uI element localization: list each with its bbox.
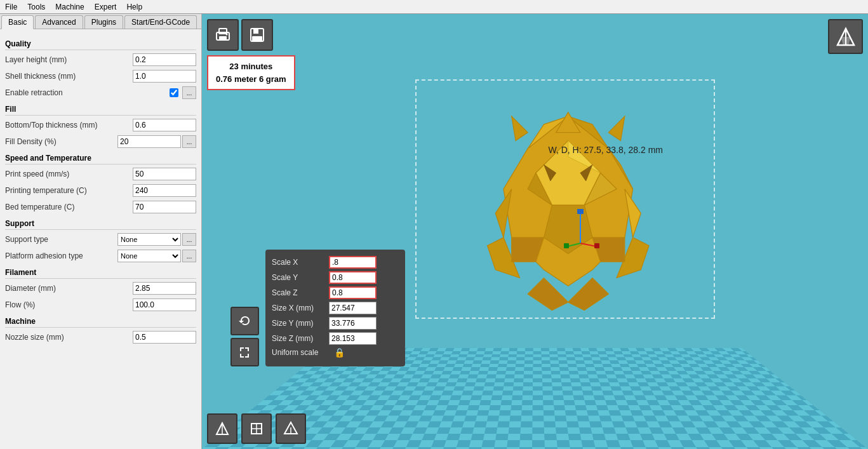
fill-density-input[interactable] [117,135,181,148]
adhesion-type-dots-btn[interactable]: ... [182,250,196,262]
scale-z-input[interactable] [329,286,377,299]
scale-x-label: Scale X [272,258,329,267]
toolbar-bottom [207,413,306,444]
retraction-checkbox[interactable] [170,88,178,97]
print-info-box: 23 minutes 0.76 meter 6 gram [207,55,295,90]
view-btn-2[interactable] [241,413,272,444]
rotate-btn[interactable] [230,307,259,335]
shell-thickness-row: Shell thickness (mm) [5,69,196,83]
nozzle-size-input[interactable] [133,331,196,344]
menu-machine[interactable]: Machine [50,1,89,13]
tabs: Basic Advanced Plugins Start/End-GCode [0,14,201,29]
scale-panel: Scale X Scale Y Scale Z Size X (mm) Size… [265,250,405,366]
svg-point-31 [226,34,228,36]
print-btn[interactable] [207,19,239,51]
shell-thickness-input[interactable] [133,70,196,83]
scale-rotate-toolbar [230,307,259,366]
adhesion-type-label: Platform adhesion type [5,251,117,260]
uniform-scale-label: Uniform scale [272,348,329,357]
size-y-row: Size Y (mm) [272,317,399,330]
fill-density-label: Fill Density (%) [5,137,117,146]
support-type-dots-btn[interactable]: ... [182,233,196,246]
top-right-icon[interactable] [828,19,863,54]
save-btn[interactable] [241,19,273,51]
bottom-top-label: Bottom/Top thickness (mm) [5,121,133,130]
retraction-row: Enable retraction ... [5,86,196,100]
adhesion-type-select[interactable]: None Brim Raft [117,250,181,262]
print-speed-label: Print speed (mm/s) [5,170,133,178]
section-machine-title: Machine [5,317,196,328]
bed-temp-input[interactable] [133,201,196,213]
settings-panel: Quality Layer height (mm) Shell thicknes… [0,29,201,449]
dimensions-label: W, D, H: 27.5, 33.8, 28.2 mm [548,145,663,155]
flow-row: Flow (%) [5,298,196,312]
layer-height-label: Layer height (mm) [5,55,133,64]
support-type-select[interactable]: None Touching buildplate Everywhere [117,233,181,246]
svg-rect-33 [253,29,258,34]
flow-input[interactable] [133,298,196,311]
menu-file[interactable]: File [0,1,22,13]
svg-marker-18 [512,116,528,140]
section-fill-title: Fill [5,105,196,116]
toolbar-top [207,19,273,51]
print-speed-row: Print speed (mm/s) [5,167,196,181]
svg-rect-34 [252,36,262,41]
bed-temp-label: Bed temperature (C) [5,203,133,211]
size-x-label: Size X (mm) [272,304,329,312]
retraction-dots-btn[interactable]: ... [182,86,196,99]
scale-y-label: Scale Y [272,273,329,282]
scale-y-input[interactable] [329,271,377,284]
view-btn-1[interactable] [207,413,237,444]
print-temp-input[interactable] [133,184,196,197]
menu-expert[interactable]: Expert [90,1,122,13]
layer-height-input[interactable] [133,53,196,66]
nozzle-size-label: Nozzle size (mm) [5,333,133,342]
size-y-label: Size Y (mm) [272,319,329,328]
view-btn-3[interactable] [276,413,306,444]
diameter-input[interactable] [133,282,196,295]
svg-rect-23 [577,209,584,214]
section-quality-title: Quality [5,39,196,50]
support-type-row: Support type None Touching buildplate Ev… [5,232,196,246]
svg-marker-44 [841,37,851,45]
layer-height-row: Layer height (mm) [5,53,196,67]
section-support-title: Support [5,219,196,230]
tab-plugins[interactable]: Plugins [84,15,123,29]
shell-thickness-label: Shell thickness (mm) [5,72,133,81]
svg-rect-29 [219,36,227,41]
uniform-scale-row: Uniform scale 🔒 [272,347,399,358]
flow-label: Flow (%) [5,300,133,309]
section-filament-title: Filament [5,268,196,279]
svg-rect-27 [564,243,569,248]
scale-btn[interactable] [230,338,259,366]
lock-icon[interactable]: 🔒 [334,347,345,358]
size-x-input[interactable] [329,302,377,314]
bed-temp-row: Bed temperature (C) [5,200,196,214]
bottom-top-row: Bottom/Top thickness (mm) [5,118,196,132]
scale-z-label: Scale Z [272,288,329,297]
viewport[interactable]: 23 minutes 0.76 meter 6 gram W, D, H: 27… [202,14,868,449]
svg-line-26 [568,243,580,246]
section-speed-title: Speed and Temperature [5,154,196,164]
adhesion-type-row: Platform adhesion type None Brim Raft ..… [5,249,196,263]
bottom-top-input[interactable] [133,119,196,131]
size-z-label: Size Z (mm) [272,334,329,343]
size-y-input[interactable] [329,317,377,330]
tab-advanced[interactable]: Advanced [35,15,83,29]
axis-indicator [561,205,599,258]
print-speed-input[interactable] [133,168,196,180]
menu-tools[interactable]: Tools [22,1,50,13]
support-type-label: Support type [5,235,117,244]
size-z-input[interactable] [329,332,377,345]
menu-bar: File Tools Machine Expert Help [0,0,868,14]
tab-basic[interactable]: Basic [1,15,34,29]
nozzle-size-row: Nozzle size (mm) [5,330,196,344]
svg-marker-17 [609,116,625,140]
menu-help[interactable]: Help [121,1,147,13]
print-material: 0.76 meter 6 gram [216,73,286,86]
tab-start-end-gcode[interactable]: Start/End-GCode [124,15,197,29]
diameter-row: Diameter (mm) [5,281,196,295]
fill-density-dots-btn[interactable]: ... [182,135,196,148]
scale-x-input[interactable] [329,256,377,269]
svg-rect-25 [594,243,599,248]
